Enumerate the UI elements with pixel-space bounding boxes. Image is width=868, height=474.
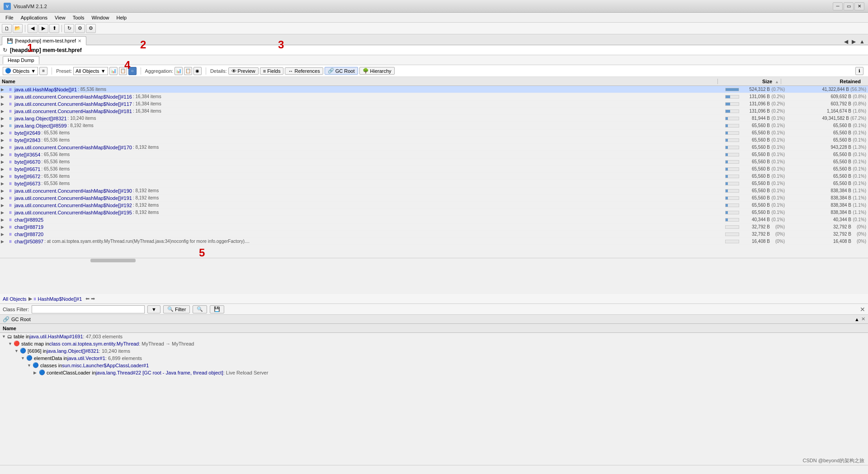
- gc-root-row[interactable]: ▼ 🔴 static map in class com.ai.toptea.sy…: [0, 340, 868, 347]
- col-header-size[interactable]: Size ▲: [718, 79, 781, 84]
- tab-next-button[interactable]: ▶: [850, 38, 857, 45]
- filter-clear-btn[interactable]: 🔍: [193, 305, 207, 313]
- breadcrumb-all-objects[interactable]: All Objects: [3, 296, 27, 302]
- agg-btn-3[interactable]: ◉: [193, 67, 202, 75]
- table-row[interactable]: ▶ II java.util.concurrent.ConcurrentHash…: [0, 100, 868, 108]
- open-button[interactable]: 📂: [13, 24, 23, 33]
- table-row[interactable]: ▶ II byte[]#6673 : 65,536 items 65,560 B…: [0, 180, 868, 187]
- gc-row-link[interactable]: class com.ai.toptea.sym.entity.MyThread: [49, 341, 139, 346]
- expand-icon[interactable]: ▶: [1, 225, 6, 229]
- expand-icon[interactable]: ▶: [1, 174, 6, 179]
- expand-icon[interactable]: ▶: [1, 152, 6, 157]
- filter-save-btn[interactable]: 💾: [210, 305, 224, 313]
- view-toggle-btn[interactable]: ≡: [39, 67, 47, 75]
- table-row[interactable]: ▶ II java.util.concurrent.ConcurrentHash…: [0, 187, 868, 194]
- gc-expand-icon[interactable]: ▼: [8, 341, 14, 346]
- table-row[interactable]: ▶ II char[]#88925 40,344 B (0.1%) 40,344…: [0, 216, 868, 223]
- back-button[interactable]: ◀: [28, 24, 38, 33]
- menu-help[interactable]: Help: [113, 14, 131, 21]
- minimize-button[interactable]: ─: [833, 2, 843, 10]
- preset-btn-2[interactable]: 📋: [119, 67, 127, 75]
- gc-root-row[interactable]: ▼ 🗂 table in java.util.HashMap#1691 : 47…: [0, 333, 868, 340]
- expand-icon[interactable]: ▶: [1, 189, 6, 193]
- gc-expand-icon[interactable]: ▼: [27, 363, 33, 368]
- table-row[interactable]: ▶ II java.util.concurrent.ConcurrentHash…: [0, 209, 868, 216]
- gc-root-row[interactable]: ▼ 🔵 classes in sun.misc.Launcher$AppClas…: [0, 362, 868, 369]
- expand-icon[interactable]: ▶: [1, 131, 6, 135]
- gc-row-link[interactable]: sun.misc.Launcher$AppClassLoader#1: [62, 363, 149, 368]
- expand-icon[interactable]: ▶: [1, 145, 6, 150]
- table-row[interactable]: ▶ II byte[]#3654 : 65,536 items 65,560 B…: [0, 151, 868, 158]
- breadcrumb-nav-icons[interactable]: ⬅ ➡: [85, 296, 95, 302]
- gc-root-scroll-up[interactable]: ▲: [854, 317, 859, 322]
- expand-icon[interactable]: ▶: [1, 239, 6, 244]
- table-row[interactable]: ▶ II byte[]#6671 : 65,536 items 65,560 B…: [0, 166, 868, 173]
- table-row[interactable]: ▶ II char[]#50897 : at com.ai.toptea.sya…: [0, 238, 868, 245]
- gc-row-link[interactable]: java.lang.Thread#22 [GC root - Java fram…: [96, 370, 223, 375]
- gcroot-btn[interactable]: 🔗 GC Root: [325, 67, 358, 75]
- close-button[interactable]: ✕: [854, 2, 864, 10]
- table-row[interactable]: ▶ II char[]#88720 32,792 B (0%) 32,792 B…: [0, 231, 868, 238]
- table-row[interactable]: ▶ II java.lang.Object[]#8321 : 10,240 it…: [0, 115, 868, 122]
- forward-button[interactable]: ▶: [38, 24, 48, 33]
- section-tab-heap-dump[interactable]: Heap Dump: [3, 56, 39, 64]
- maximize-button[interactable]: ▭: [844, 2, 854, 10]
- expand-icon[interactable]: ▶: [1, 116, 6, 121]
- agg-btn-2[interactable]: 📋: [184, 67, 192, 75]
- preview-btn[interactable]: 👁 Preview: [228, 67, 259, 75]
- table-row[interactable]: ▶ II byte[]#6672 : 65,536 items 65,560 B…: [0, 173, 868, 180]
- menu-applications[interactable]: Applications: [17, 14, 51, 21]
- gc-expand-icon[interactable]: ▼: [21, 356, 26, 360]
- expand-icon[interactable]: ▶: [1, 123, 6, 128]
- table-row[interactable]: ▶ II char[]#88719 32,792 B (0%) 32,792 B…: [0, 223, 868, 231]
- refresh-button[interactable]: ↻: [64, 24, 74, 33]
- table-row[interactable]: ▶ II byte[]#2649 : 65,536 items 65,560 B…: [0, 129, 868, 137]
- gc-expand-icon[interactable]: ▼: [2, 334, 7, 339]
- up-button[interactable]: ⬆: [49, 24, 59, 33]
- close-bottom-panel-btn[interactable]: ✕: [860, 306, 865, 313]
- preset-btn-1[interactable]: 📊: [109, 67, 118, 75]
- table-row[interactable]: ▶ II java.util.concurrent.ConcurrentHash…: [0, 202, 868, 209]
- gc-expand-icon[interactable]: ▶: [33, 370, 39, 375]
- expand-icon[interactable]: ▶: [1, 196, 6, 200]
- table-row[interactable]: ▶ II java.util.concurrent.ConcurrentHash…: [0, 108, 868, 115]
- menu-view[interactable]: View: [51, 14, 69, 21]
- table-row[interactable]: ▶ II java.lang.Object[]#8599 : 8,192 ite…: [0, 122, 868, 129]
- gc-root-row[interactable]: ▼ 🔵 [6696] in java.lang.Object[]#8321 : …: [0, 347, 868, 355]
- h-scrollbar[interactable]: [0, 258, 868, 262]
- table-row[interactable]: ▶ II java.util.concurrent.ConcurrentHash…: [0, 93, 868, 100]
- gc-root-row[interactable]: ▶ 🔵 contextClassLoader in java.lang.Thre…: [0, 369, 868, 376]
- expand-icon[interactable]: ▶: [1, 218, 6, 222]
- fields-btn[interactable]: ≡ Fields: [260, 67, 284, 75]
- tab-prev-button[interactable]: ◀: [843, 38, 849, 45]
- new-button[interactable]: 🗋: [2, 24, 12, 33]
- tab-close-icon[interactable]: ✕: [78, 38, 81, 43]
- settings-button[interactable]: ⚙: [75, 24, 85, 33]
- expand-icon[interactable]: ▶: [1, 181, 6, 186]
- menu-tools[interactable]: Tools: [69, 14, 88, 21]
- preset-dropdown[interactable]: All Objects ▼: [73, 67, 108, 75]
- filter-apply-btn[interactable]: 🔍 Filter: [163, 305, 190, 313]
- menu-file[interactable]: File: [2, 14, 17, 21]
- expand-icon[interactable]: ▶: [1, 138, 6, 142]
- expand-icon[interactable]: ▶: [1, 232, 6, 237]
- gc-expand-icon[interactable]: ▼: [14, 349, 20, 353]
- menu-window[interactable]: Window: [88, 14, 113, 21]
- preset-btn-3[interactable]: ○: [128, 67, 137, 75]
- expand-icon[interactable]: ▶: [1, 109, 6, 114]
- agg-btn-1[interactable]: 📊: [175, 67, 183, 75]
- gc-row-link[interactable]: java.lang.Object[]#8321: [47, 348, 99, 354]
- info-button[interactable]: ℹ: [855, 67, 863, 75]
- expand-icon[interactable]: ▶: [1, 167, 6, 171]
- gc-root-row[interactable]: ▼ 🔵 elementData in java.util.Vector#1 : …: [0, 355, 868, 362]
- extra-button[interactable]: ⚙: [86, 24, 96, 33]
- expand-icon[interactable]: ▶: [1, 160, 6, 164]
- references-btn[interactable]: ↔ References: [285, 67, 323, 75]
- filter-input[interactable]: [32, 305, 145, 313]
- table-row[interactable]: ▶ II java.util.HashMap$Node[]#1 : 85,536…: [0, 86, 868, 93]
- table-row[interactable]: ▶ II java.util.concurrent.ConcurrentHash…: [0, 194, 868, 202]
- hierarchy-btn[interactable]: 🌳 Hierarchy: [359, 67, 395, 75]
- table-row[interactable]: ▶ II byte[]#6670 : 65,536 items 65,560 B…: [0, 158, 868, 166]
- tab-heapdump[interactable]: 💾 [heapdump] mem-test.hpref ✕: [2, 36, 86, 45]
- expand-icon[interactable]: ▶: [1, 95, 6, 99]
